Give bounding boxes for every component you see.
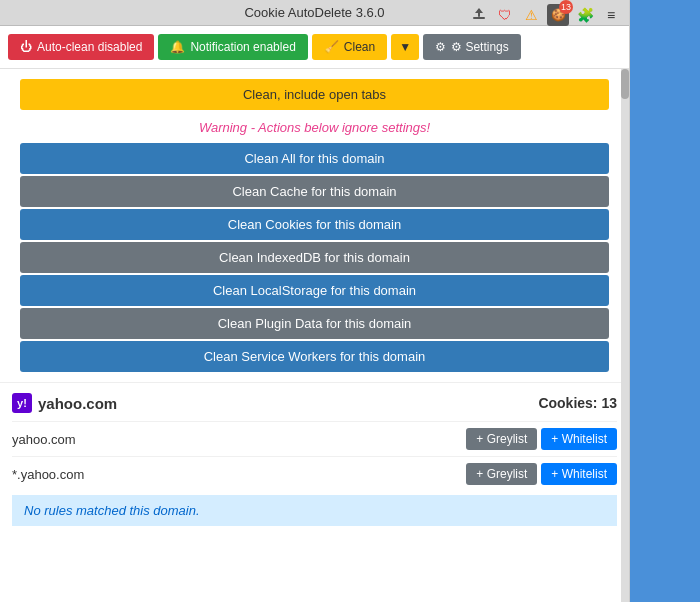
- clean-all-label: Clean All for this domain: [244, 151, 384, 166]
- domain-header: y! yahoo.com Cookies: 13: [12, 393, 617, 413]
- greylist-button-2[interactable]: + Greylist: [466, 463, 537, 485]
- main-scroll-area: Clean, include open tabs Warning - Actio…: [0, 69, 629, 602]
- clean-icon: 🧹: [324, 40, 339, 54]
- settings-label: ⚙ Settings: [451, 40, 509, 54]
- clean-button[interactable]: 🧹 Clean: [312, 34, 387, 60]
- greylist-button-1[interactable]: + Greylist: [466, 428, 537, 450]
- clean-plugin-button[interactable]: Clean Plugin Data for this domain: [20, 308, 609, 339]
- domain-name: yahoo.com: [38, 395, 117, 412]
- domain-actions-2: + Greylist + Whitelist: [466, 463, 617, 485]
- clean-indexeddb-button[interactable]: Clean IndexedDB for this domain: [20, 242, 609, 273]
- clean-dropdown-button[interactable]: ▼: [391, 34, 419, 60]
- notification-button[interactable]: 🔔 Notification enabled: [158, 34, 307, 60]
- clean-localstorage-label: Clean LocalStorage for this domain: [213, 283, 416, 298]
- cookies-label: Cookies:: [538, 395, 597, 411]
- notification-label: Notification enabled: [190, 40, 295, 54]
- yahoo-icon-label: y!: [17, 397, 27, 409]
- domain-section: y! yahoo.com Cookies: 13 yahoo.com + Gre…: [0, 382, 629, 532]
- clean-cookies-button[interactable]: Clean Cookies for this domain: [20, 209, 609, 240]
- side-panel: [630, 0, 700, 602]
- power-icon: ⏻: [20, 40, 32, 54]
- extension-icon[interactable]: 🍪 13: [547, 4, 569, 26]
- top-icons: 🛡 ⚠ 🍪 13 🧩 ≡: [469, 4, 621, 26]
- main-toolbar: ⏻ Auto-clean disabled 🔔 Notification ena…: [0, 26, 629, 69]
- scrollbar[interactable]: [621, 69, 629, 602]
- action-buttons-list: Clean All for this domain Clean Cache fo…: [20, 143, 609, 372]
- whitelist-button-2[interactable]: + Whitelist: [541, 463, 617, 485]
- auto-clean-label: Auto-clean disabled: [37, 40, 142, 54]
- domain-label-2: *.yahoo.com: [12, 467, 84, 482]
- scrollbar-thumb[interactable]: [621, 69, 629, 99]
- clean-cache-label: Clean Cache for this domain: [232, 184, 396, 199]
- domain-actions-1: + Greylist + Whitelist: [466, 428, 617, 450]
- clean-serviceworkers-button[interactable]: Clean Service Workers for this domain: [20, 341, 609, 372]
- clean-include-open-tabs-button[interactable]: Clean, include open tabs: [20, 79, 609, 110]
- shield-icon: 🛡: [495, 5, 515, 25]
- app-title-bar: Cookie AutoDelete 3.6.0 🛡 ⚠ 🍪 13 🧩 ≡: [0, 0, 629, 26]
- warning-text: Warning - Actions below ignore settings!: [0, 120, 629, 135]
- clean-serviceworkers-label: Clean Service Workers for this domain: [204, 349, 426, 364]
- domain-row-1: yahoo.com + Greylist + Whitelist: [12, 421, 617, 456]
- clean-cache-button[interactable]: Clean Cache for this domain: [20, 176, 609, 207]
- cookies-count: Cookies: 13: [538, 395, 617, 411]
- cookies-number: 13: [601, 395, 617, 411]
- warning-icon: ⚠: [521, 5, 541, 25]
- svg-rect-0: [473, 17, 485, 19]
- clean-all-button[interactable]: Clean All for this domain: [20, 143, 609, 174]
- settings-button[interactable]: ⚙ ⚙ Settings: [423, 34, 521, 60]
- chevron-down-icon: ▼: [399, 40, 411, 54]
- auto-clean-button[interactable]: ⏻ Auto-clean disabled: [8, 34, 154, 60]
- app-title: Cookie AutoDelete 3.6.0: [244, 5, 384, 20]
- no-rules-label: No rules matched this domain.: [24, 503, 200, 518]
- export-icon[interactable]: [469, 5, 489, 25]
- domain-label-1: yahoo.com: [12, 432, 76, 447]
- clean-localstorage-button[interactable]: Clean LocalStorage for this domain: [20, 275, 609, 306]
- clean-label: Clean: [344, 40, 375, 54]
- no-rules-text: No rules matched this domain.: [12, 495, 617, 526]
- clean-include-label: Clean, include open tabs: [243, 87, 386, 102]
- domain-row-2: *.yahoo.com + Greylist + Whitelist: [12, 456, 617, 491]
- content-area: Clean, include open tabs Warning - Actio…: [0, 69, 629, 532]
- domain-name-main: y! yahoo.com: [12, 393, 117, 413]
- gear-icon: ⚙: [435, 40, 446, 54]
- clean-plugin-label: Clean Plugin Data for this domain: [218, 316, 412, 331]
- menu-icon[interactable]: ≡: [601, 5, 621, 25]
- clean-cookies-label: Clean Cookies for this domain: [228, 217, 401, 232]
- svg-marker-2: [475, 8, 483, 13]
- puzzle-icon[interactable]: 🧩: [575, 5, 595, 25]
- clean-indexeddb-label: Clean IndexedDB for this domain: [219, 250, 410, 265]
- bell-icon: 🔔: [170, 40, 185, 54]
- ext-badge: 13: [559, 0, 573, 14]
- yahoo-icon: y!: [12, 393, 32, 413]
- whitelist-button-1[interactable]: + Whitelist: [541, 428, 617, 450]
